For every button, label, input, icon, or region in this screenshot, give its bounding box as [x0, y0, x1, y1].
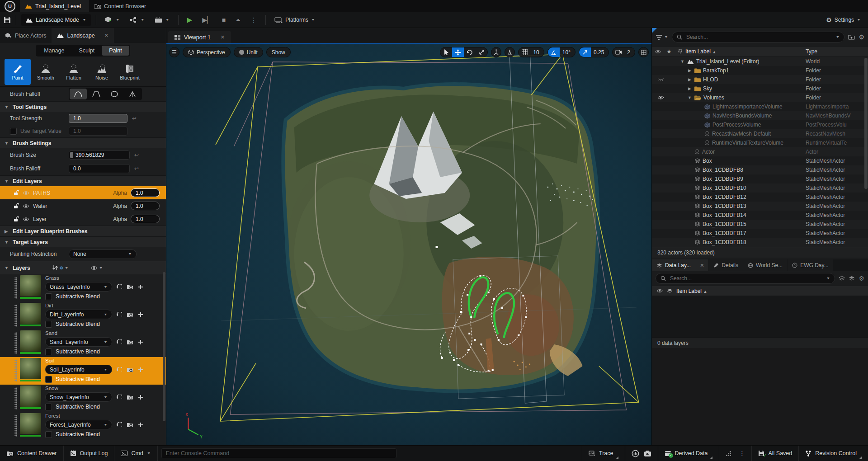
eye-icon[interactable]	[657, 95, 664, 100]
viewport-3d-scene[interactable]: x Y	[166, 28, 651, 445]
drag-handle[interactable]	[14, 332, 17, 354]
more-menu-icon[interactable]: ⋮	[739, 450, 745, 456]
revision-control-button[interactable]: Revision Control	[799, 446, 868, 461]
layer-thumbnail[interactable]	[20, 330, 41, 354]
subtractive-blend-checkbox[interactable]	[45, 376, 52, 383]
view-mode-button[interactable]: Unlit	[234, 47, 263, 57]
perspective-button[interactable]: Perspective	[183, 47, 231, 57]
save-icon[interactable]	[4, 16, 11, 24]
falloff-linear-button[interactable]	[88, 89, 105, 99]
close-icon[interactable]: ✕	[221, 34, 225, 40]
brush-falloff-input[interactable]: 0.0	[69, 164, 130, 173]
outliner-row[interactable]: ▶BarakTop1Folder	[652, 66, 868, 75]
settings-button[interactable]: ⚙ Settings ▼	[822, 14, 864, 26]
cinematics-button[interactable]: ▼	[151, 14, 173, 26]
layer-info-select[interactable]: Dirt_LayerInfo▼	[45, 310, 112, 319]
layers-tool-icon[interactable]	[839, 276, 845, 281]
reset-to-default-icon[interactable]: ↩	[132, 115, 137, 122]
target-layer-card-soil[interactable]: SoilSoil_LayerInfo▼Subtractive Blend	[0, 357, 166, 385]
select-tool-button[interactable]	[440, 47, 452, 57]
frame-skip-button[interactable]: ▶▏	[198, 14, 216, 26]
create-layer-icon[interactable]	[138, 284, 143, 290]
outliner-row[interactable]: RecastNavMesh-DefaultRecastNavMesh	[652, 129, 868, 138]
tool-paint-button[interactable]: Paint	[5, 59, 31, 85]
browse-content-icon[interactable]	[127, 395, 133, 400]
outliner-row[interactable]: BoxStaticMeshActor	[652, 156, 868, 165]
outliner-row[interactable]: ▶SkyFolder	[652, 84, 868, 93]
lock-open-icon[interactable]	[14, 216, 19, 222]
layers-tool2-icon[interactable]	[849, 276, 855, 281]
browse-content-icon[interactable]	[127, 284, 133, 290]
item-label-column[interactable]: Item Label ▲	[676, 288, 707, 294]
use-selected-icon[interactable]	[116, 422, 122, 428]
tab-data-lay[interactable]: Data Lay...✕	[652, 259, 708, 271]
scrollbar[interactable]	[864, 58, 868, 189]
screenshot-trace-icon[interactable]	[644, 450, 651, 457]
edit-layer-row-layer[interactable]: LayerAlpha1.0	[0, 212, 166, 226]
section-brush-settings[interactable]: ▼ Brush Settings	[0, 137, 166, 148]
output-log-button[interactable]: Output Log	[64, 446, 115, 461]
item-label-column[interactable]: Item Label ▲	[685, 48, 806, 55]
use-target-input[interactable]: 1.0	[69, 127, 127, 136]
insights-buttons[interactable]	[625, 446, 658, 461]
outliner-row[interactable]: PostProcessVolumePostProcessVolu	[652, 120, 868, 129]
rotate-tool-button[interactable]	[464, 47, 476, 57]
create-layer-icon[interactable]	[138, 367, 143, 372]
unreal-logo-icon[interactable]: U	[0, 0, 20, 12]
painting-restriction-select[interactable]: None ▼	[69, 249, 137, 259]
data-layers-search[interactable]: ▼	[656, 273, 835, 284]
console-input[interactable]: Enter Console Command	[161, 448, 396, 458]
star-column-icon[interactable]: ★	[664, 48, 675, 55]
create-layer-icon[interactable]	[138, 339, 143, 345]
use-selected-icon[interactable]	[116, 284, 122, 290]
alpha-input[interactable]: 1.0	[131, 188, 160, 197]
tab-ewg-day[interactable]: EWG Day...	[788, 259, 833, 271]
layer-sort-button[interactable]: ⚙▼	[52, 265, 69, 271]
world-local-gizmo-button[interactable]	[491, 47, 501, 57]
tab-manage[interactable]: Manage	[37, 46, 71, 56]
target-layer-card-sand[interactable]: SandSand_LayerInfo▼Subtractive Blend	[0, 329, 166, 357]
falloff-smooth-button[interactable]	[70, 89, 87, 99]
outliner-row[interactable]: Box_1CDBDFB15StaticMeshActor	[652, 220, 868, 229]
rotation-snap-control[interactable]: 10°	[547, 47, 576, 57]
browse-content-icon[interactable]	[127, 312, 133, 317]
layer-info-select[interactable]: Sand_LayerInfo▼	[45, 337, 112, 347]
scale-snap-control[interactable]: 0.25	[579, 47, 609, 57]
layer-info-select[interactable]: Forest_LayerInfo▼	[45, 420, 112, 429]
target-layer-card-grass[interactable]: GrassGrass_LayerInfo▼Subtractive Blend	[0, 274, 166, 302]
blueprints-button[interactable]: ▼	[126, 14, 148, 26]
viewport-options-menu[interactable]: ☰	[169, 47, 179, 57]
browse-content-icon[interactable]	[127, 339, 133, 345]
eye-icon[interactable]	[23, 204, 29, 208]
viewport-tab[interactable]: Viewport 1 ✕	[168, 31, 231, 43]
tab-sculpt[interactable]: Sculpt	[71, 46, 102, 56]
search-input[interactable]	[669, 275, 823, 282]
section-tool-settings[interactable]: ▼ Tool Settings	[0, 101, 166, 112]
layer-thumbnail[interactable]	[20, 358, 41, 381]
target-layer-card-dirt[interactable]: DirtDirt_LayerInfo▼Subtractive Blend	[0, 302, 166, 329]
section-target-layers[interactable]: ▼ Target Layers	[0, 236, 166, 247]
data-layers-list[interactable]	[652, 296, 868, 337]
outliner-row[interactable]: Box_1CDBDFB8StaticMeshActor	[652, 165, 868, 174]
scale-tool-button[interactable]	[476, 47, 487, 57]
drag-handle[interactable]	[14, 387, 17, 409]
use-target-checkbox[interactable]	[10, 128, 17, 135]
drag-handle[interactable]	[14, 277, 17, 299]
insights-icon[interactable]	[632, 450, 639, 457]
eye-closed-icon[interactable]	[657, 78, 664, 81]
outliner-row[interactable]: LightmassImportanceVolumeLightmassImport…	[652, 102, 868, 111]
create-layer-icon[interactable]	[138, 312, 143, 317]
layer-visibility-button[interactable]: ▼	[90, 266, 103, 270]
trace-button[interactable]: Trace	[582, 446, 625, 461]
subtractive-blend-checkbox[interactable]	[45, 348, 52, 355]
subtractive-blend-checkbox[interactable]	[45, 431, 52, 438]
reset-to-default-icon[interactable]: ↩	[134, 165, 139, 172]
tab-paint[interactable]: Paint	[102, 46, 129, 56]
platforms-button[interactable]: Platforms ▼	[271, 14, 319, 26]
outliner-row[interactable]: ▼VolumesFolder	[652, 93, 868, 102]
all-saved-button[interactable]: ✓ All Saved	[752, 446, 799, 461]
type-column[interactable]: Type	[806, 48, 868, 55]
viewport[interactable]: x Y Viewport 1 ✕ ☰	[166, 28, 651, 445]
outliner-row[interactable]: Box_1CDBDFB12StaticMeshActor	[652, 193, 868, 202]
outliner-row[interactable]: Box_1CDBDFB18StaticMeshActor	[652, 238, 868, 247]
